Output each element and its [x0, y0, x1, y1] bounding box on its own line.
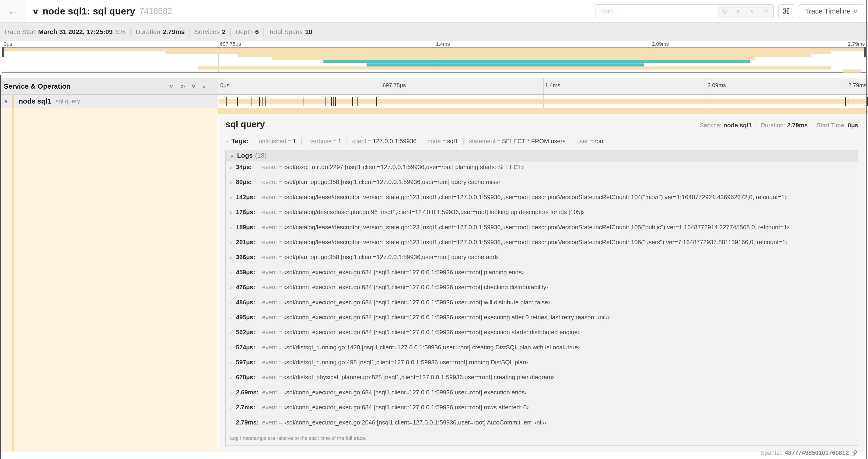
find-clear-icon[interactable]: ×	[759, 8, 773, 15]
locate-icon[interactable]: ◎	[717, 8, 731, 15]
log-message: event=‹sql/conn_executor_exec.go:684 [ns…	[262, 269, 524, 276]
log-row[interactable]: ›502μs:event=‹sql/conn_executor_exec.go:…	[230, 329, 854, 343]
find-input[interactable]	[595, 5, 717, 18]
log-expand-chevron-icon[interactable]: ›	[230, 390, 232, 396]
logs-count: (18)	[255, 152, 267, 159]
log-equals: =	[277, 344, 284, 351]
log-row[interactable]: ›366μs:event=‹sql/plan_opt.go:358 [nsql1…	[230, 254, 854, 268]
span-id-row: SpanID: 4877749850101760812	[225, 446, 858, 456]
span-collapse-chevron-icon[interactable]: ∨	[0, 98, 12, 104]
log-field-key: event	[262, 178, 277, 186]
collapse-trace-chevron-icon[interactable]: ∨	[32, 7, 39, 15]
right-scrollbar-edge[interactable]	[866, 0, 867, 459]
log-message: event=‹sql/exec_util.go:2297 [nsql1,clie…	[262, 163, 524, 171]
log-expand-chevron-icon[interactable]: ›	[230, 164, 232, 170]
log-equals: =	[277, 224, 284, 231]
log-expand-chevron-icon[interactable]: ›	[230, 315, 232, 321]
timeline-minimap[interactable]	[2, 47, 866, 73]
log-timestamp: 495μs:	[236, 314, 262, 321]
collapse-all-icon[interactable]: »	[190, 85, 197, 88]
row-collapse-controls: ∨ ∨ » »	[169, 83, 206, 90]
trace-info-item: Duration2.79ms	[131, 28, 190, 36]
log-row[interactable]: ›189μs:event=‹sql/catalog/lease/descript…	[230, 224, 854, 239]
log-expand-chevron-icon[interactable]: ›	[230, 225, 232, 231]
log-row[interactable]: ›574μs:event=‹sql/distsql_running.go:142…	[230, 344, 854, 359]
log-row[interactable]: ›597μs:event=‹sql/distsql_running.go:498…	[230, 359, 854, 374]
log-message: event=‹sql/conn_executor_exec.go:684 [ns…	[262, 389, 527, 396]
collapse-one-icon[interactable]: ∨	[169, 83, 174, 90]
trace-info-value: 6	[255, 28, 259, 36]
deep-link-icon[interactable]	[851, 450, 857, 456]
log-message: event=‹sql/conn_executor_exec.go:684 [ns…	[262, 404, 528, 411]
log-message: event=‹sql/distsql_running.go:1420 [nsql…	[262, 344, 580, 351]
back-button[interactable]: ←	[0, 0, 26, 22]
find-prev-icon[interactable]: ∧	[731, 8, 745, 15]
log-expand-chevron-icon[interactable]: ›	[230, 285, 232, 291]
log-row[interactable]: ›495μs:event=‹sql/conn_executor_exec.go:…	[230, 314, 854, 329]
log-expand-chevron-icon[interactable]: ›	[230, 300, 232, 306]
log-expand-chevron-icon[interactable]: ›	[230, 374, 232, 381]
expand-one-icon[interactable]: ∨	[179, 84, 186, 88]
tag-value: 127.0.0.1:59936	[373, 138, 416, 144]
span-duration-bar[interactable]	[219, 99, 868, 104]
tag-equals: =	[441, 138, 447, 144]
tags-expand-chevron-icon[interactable]: ›	[226, 138, 228, 144]
log-row[interactable]: ›486μs:event=‹sql/conn_executor_exec.go:…	[230, 299, 854, 314]
find-next-icon[interactable]: ∨	[745, 8, 759, 15]
tags-label: Tags:	[231, 137, 248, 145]
trace-info-value: 2	[222, 28, 226, 36]
log-expand-chevron-icon[interactable]: ›	[230, 330, 232, 336]
detail-meta-value: node sql1	[723, 122, 751, 129]
log-message: event=‹sql/catalog/lease/descriptor_vers…	[262, 239, 787, 246]
log-row[interactable]: ›201μs:event=‹sql/catalog/lease/descript…	[230, 239, 854, 254]
log-field-key: event	[262, 419, 277, 426]
span-row-node-sql1[interactable]: ∨ node sql1 sql query	[0, 95, 868, 108]
detail-meta-value: 2.79ms	[787, 122, 808, 129]
minimap-span-bar	[165, 51, 831, 54]
log-row[interactable]: ›80μs:event=‹sql/plan_opt.go:358 [nsql1,…	[230, 178, 854, 193]
minimap-span-bar	[843, 69, 862, 72]
minimap-right-scrubber-handle[interactable]	[864, 47, 866, 57]
logs-collapse-chevron-icon[interactable]: ∨	[230, 153, 234, 159]
log-expand-chevron-icon[interactable]: ›	[230, 255, 232, 261]
log-row[interactable]: ›459μs:event=‹sql/conn_executor_exec.go:…	[230, 269, 854, 284]
log-equals: =	[277, 239, 284, 245]
span-row-bar-cell[interactable]	[218, 95, 868, 108]
log-row[interactable]: ›142μs:event=‹sql/catalog/lease/descript…	[230, 194, 854, 208]
trace-info-label: Services	[195, 28, 220, 36]
log-row[interactable]: ›34μs:event=‹sql/exec_util.go:2297 [nsql…	[230, 163, 854, 178]
keyboard-shortcuts-button[interactable]: ⌘	[778, 4, 794, 18]
log-field-value: ‹sql/conn_executor_exec.go:2046 [nsql1,c…	[284, 419, 547, 426]
timeline-gridline	[706, 78, 706, 94]
log-row[interactable]: ›2.79ms:event=‹sql/conn_executor_exec.go…	[230, 419, 854, 434]
log-row[interactable]: ›2.7ms:event=‹sql/conn_executor_exec.go:…	[230, 404, 854, 419]
minimap-tick-labels: 0μs697.75μs1.4ms2.09ms2.79ms	[2, 41, 866, 47]
logs-header[interactable]: ∨ Logs (18)	[226, 151, 858, 161]
log-expand-chevron-icon[interactable]: ›	[230, 405, 232, 411]
log-expand-chevron-icon[interactable]: ›	[230, 209, 232, 216]
log-expand-chevron-icon[interactable]: ›	[230, 420, 232, 426]
column-resize-grip[interactable]: ||	[214, 87, 217, 93]
expand-all-icon[interactable]: »	[203, 83, 206, 90]
log-expand-chevron-icon[interactable]: ›	[230, 239, 232, 245]
tag-item: statement=SELECT * FROM users	[464, 138, 571, 144]
minimap-left-scrubber-handle[interactable]	[2, 47, 4, 57]
log-expand-chevron-icon[interactable]: ›	[230, 360, 232, 366]
log-expand-chevron-icon[interactable]: ›	[230, 270, 232, 276]
log-equals: =	[277, 269, 284, 276]
log-row[interactable]: ›176μs:event=‹sql/catalog/descs/descript…	[230, 208, 854, 223]
log-row[interactable]: ›2.69ms:event=‹sql/conn_executor_exec.go…	[230, 389, 854, 404]
log-row[interactable]: ›476μs:event=‹sql/conn_executor_exec.go:…	[230, 284, 854, 299]
tags-row[interactable]: › Tags: _unfinished=1_verbose=1client=12…	[225, 134, 858, 147]
log-field-value: ‹sql/catalog/descs/descriptor.go:98 [nsq…	[284, 208, 584, 216]
log-expand-chevron-icon[interactable]: ›	[230, 179, 232, 186]
trace-view-selector[interactable]: Trace Timeline ∨	[799, 4, 863, 18]
span-row-name-cell[interactable]: ∨ node sql1 sql query	[0, 95, 218, 108]
log-marker-tick	[259, 97, 260, 106]
span-detail-area: sql query Service:node sql1Duration:2.79…	[0, 108, 868, 459]
log-equals: =	[277, 419, 284, 426]
log-expand-chevron-icon[interactable]: ›	[230, 345, 232, 351]
log-field-value: ‹sql/conn_executor_exec.go:684 [nsql1,cl…	[284, 269, 524, 276]
log-row[interactable]: ›678μs:event=‹sql/distsql_physical_plann…	[230, 374, 854, 389]
log-expand-chevron-icon[interactable]: ›	[230, 195, 232, 201]
